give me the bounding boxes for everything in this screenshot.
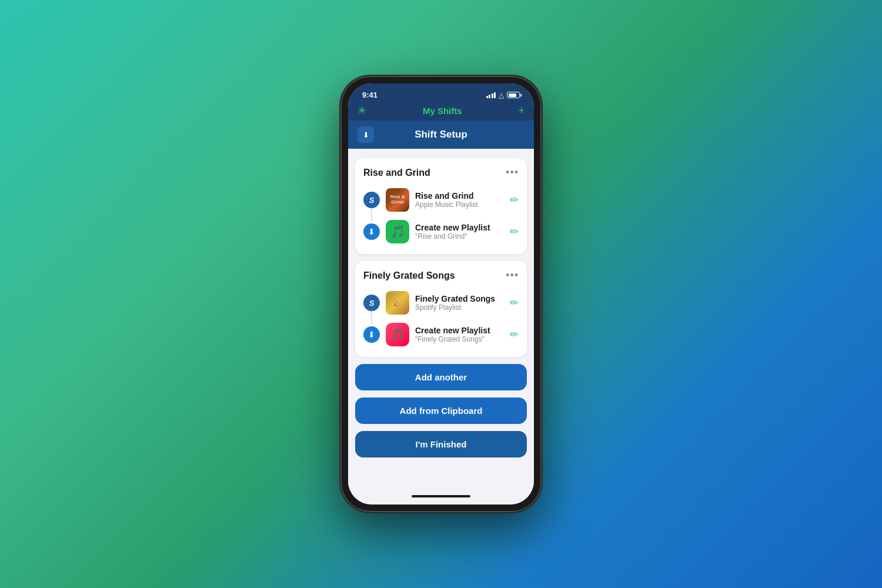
finely-grated-card: Finely Grated Songs ••• S 🎸 Finely Grate… xyxy=(355,261,527,357)
apple-music-icon: 🎵 xyxy=(386,323,409,346)
card-header-rise: Rise and Grind ••• xyxy=(363,166,519,179)
back-button[interactable]: ⬇ xyxy=(358,126,374,143)
status-time: 9:41 xyxy=(362,91,377,99)
spotify-icon: 🎵 xyxy=(386,220,409,243)
finely-source-row: S 🎸 Finely Grated Songs Spotify Playlist… xyxy=(363,289,519,317)
status-bar: 9:41 △ xyxy=(348,83,534,103)
finely-album-art: 🎸 xyxy=(386,291,409,315)
top-nav-title: My Shifts xyxy=(423,106,462,116)
edit-rise-dest[interactable]: ✏ xyxy=(510,225,519,238)
finely-source-sub: Spotify Playlist xyxy=(415,303,504,312)
apple-music-logo-icon: 🎵 xyxy=(390,328,405,342)
finely-source-icon: S xyxy=(363,295,380,311)
phone-shell: 9:41 △ ✳ My Shifts + ⬇ Shift Setup xyxy=(341,76,541,512)
finely-dest-sub: "Finely Grated Songs" xyxy=(415,335,504,343)
card-title-rise: Rise and Grind xyxy=(363,168,430,178)
spotify-logo-icon: 🎵 xyxy=(390,225,405,239)
add-another-button[interactable]: Add another xyxy=(355,364,527,390)
asterisk-icon: ✳ xyxy=(358,104,366,117)
plus-icon[interactable]: + xyxy=(518,105,524,117)
card-header-finely: Finely Grated Songs ••• xyxy=(363,269,519,282)
rise-source-title: Rise and Grind xyxy=(415,191,504,201)
shift-setup-header: ⬇ Shift Setup xyxy=(348,121,534,149)
card-title-finely: Finely Grated Songs xyxy=(363,270,455,281)
finely-row-1: S 🎸 Finely Grated Songs Spotify Playlist… xyxy=(363,289,519,317)
finely-source-text: Finely Grated Songs Spotify Playlist xyxy=(415,294,504,312)
spotify-s-icon: S xyxy=(369,196,375,205)
wifi-icon: △ xyxy=(499,91,504,99)
header-title: Shift Setup xyxy=(415,129,467,141)
home-bar xyxy=(412,495,470,497)
battery-icon xyxy=(507,92,520,98)
rise-source-icon: S xyxy=(363,192,380,208)
rise-source-row: S Rise & Grind Rise and Grind Apple Musi… xyxy=(363,186,519,214)
finely-dest-title: Create new Playlist xyxy=(415,326,504,335)
rise-album-art: Rise & Grind xyxy=(386,188,409,212)
finely-dest-row: ⬇ 🎵 Create new Playlist "Finely Grated S… xyxy=(363,320,519,349)
rise-source-sub: Apple Music Playlist xyxy=(415,201,504,209)
more-options-finely[interactable]: ••• xyxy=(506,269,519,282)
add-from-clipboard-button[interactable]: Add from Clipboard xyxy=(355,397,527,424)
rise-source-text: Rise and Grind Apple Music Playlist xyxy=(415,191,504,209)
finely-dest-icon: ⬇ xyxy=(363,326,380,343)
phone-screen: 9:41 △ ✳ My Shifts + ⬇ Shift Setup xyxy=(348,83,534,505)
rise-dest-icon: ⬇ xyxy=(363,223,380,240)
rise-dest-row: ⬇ 🎵 Create new Playlist "Rise and Grind"… xyxy=(363,218,519,246)
signal-icon xyxy=(486,92,496,98)
status-icons: △ xyxy=(486,91,520,99)
edit-finely-dest[interactable]: ✏ xyxy=(510,328,519,341)
main-content: Rise and Grind ••• S Rise & Grind Rise a… xyxy=(348,149,534,490)
im-finished-button[interactable]: I'm Finished xyxy=(355,431,527,457)
top-nav-bar: ✳ My Shifts + xyxy=(348,103,534,121)
rise-dest-title: Create new Playlist xyxy=(415,223,504,232)
download-icon: ⬇ xyxy=(363,131,369,139)
finely-dest-text: Create new Playlist "Finely Grated Songs… xyxy=(415,326,504,343)
rise-row-1: S Rise & Grind Rise and Grind Apple Musi… xyxy=(363,186,519,214)
spotify-s-icon-2: S xyxy=(369,299,375,308)
rise-and-grind-card: Rise and Grind ••• S Rise & Grind Rise a… xyxy=(355,158,527,254)
rise-dest-text: Create new Playlist "Rise and Grind" xyxy=(415,223,504,240)
home-indicator xyxy=(348,490,534,505)
edit-finely-source[interactable]: ✏ xyxy=(510,296,519,309)
more-options-rise[interactable]: ••• xyxy=(506,166,519,179)
rise-dest-sub: "Rise and Grind" xyxy=(415,232,504,240)
finely-source-title: Finely Grated Songs xyxy=(415,294,504,303)
edit-rise-source[interactable]: ✏ xyxy=(510,193,519,206)
